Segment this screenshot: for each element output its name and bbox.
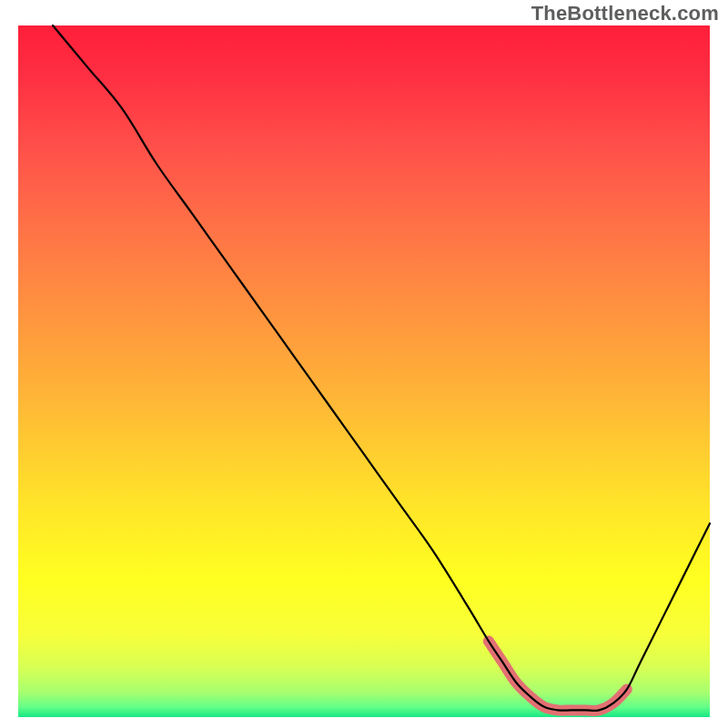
chart-container: TheBottleneck.com [0, 0, 728, 728]
watermark-text: TheBottleneck.com [531, 2, 719, 25]
chart-svg [0, 0, 728, 728]
gradient-background [18, 25, 710, 717]
